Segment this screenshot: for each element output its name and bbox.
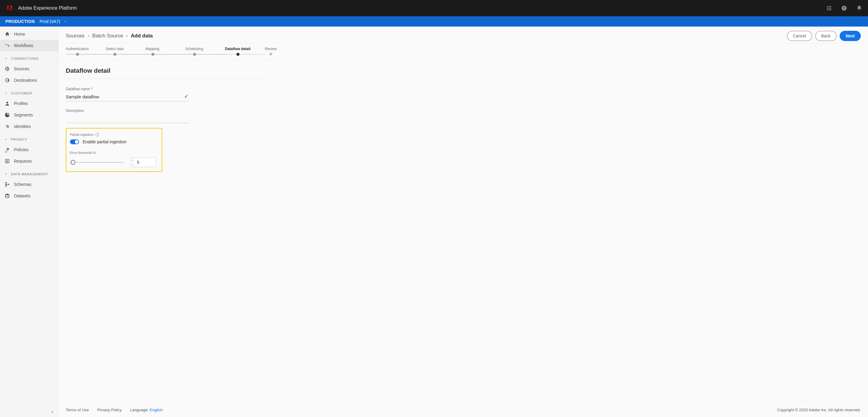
env-label: PRODUCTION bbox=[5, 19, 35, 24]
footer: Terms of Use Privacy Policy Language: En… bbox=[59, 403, 868, 417]
nav-section-label: DATA MANAGEMENT bbox=[11, 172, 48, 176]
breadcrumb-current: Add data bbox=[131, 33, 153, 39]
dataflow-name-input[interactable] bbox=[66, 93, 189, 101]
nav-segments[interactable]: Segments bbox=[0, 109, 58, 121]
footer-privacy[interactable]: Privacy Policy bbox=[97, 408, 122, 412]
stepper-down-button[interactable] bbox=[131, 162, 134, 167]
nav-requests[interactable]: Requests bbox=[0, 155, 58, 167]
topbar: Adobe Experience Platform ? bbox=[0, 0, 868, 16]
svg-point-13 bbox=[6, 102, 8, 103]
schemas-icon bbox=[4, 181, 10, 187]
content: Sources › Batch Source › Add data Cancel… bbox=[59, 27, 868, 417]
apps-grid-icon[interactable] bbox=[826, 5, 832, 11]
nav-item-label: Segments bbox=[14, 113, 33, 117]
step-label: Mapping bbox=[145, 47, 159, 51]
footer-terms[interactable]: Terms of Use bbox=[66, 408, 89, 412]
nav-item-label: Identities bbox=[14, 124, 31, 129]
nav-item-label: Policies bbox=[14, 147, 28, 152]
breadcrumb-separator: › bbox=[126, 33, 128, 39]
breadcrumb-sources[interactable]: Sources bbox=[66, 33, 85, 39]
step-scheduling: Scheduling bbox=[185, 47, 225, 55]
svg-rect-16 bbox=[5, 184, 7, 185]
segments-icon bbox=[4, 112, 10, 118]
next-button[interactable]: Next bbox=[840, 31, 861, 41]
nav-item-label: Datasets bbox=[14, 193, 30, 198]
product-name: Adobe Experience Platform bbox=[18, 5, 77, 11]
svg-point-4 bbox=[829, 8, 830, 9]
breadcrumb-batch-source[interactable]: Batch Source bbox=[92, 33, 123, 39]
nav-item-label: Schemas bbox=[14, 182, 31, 187]
divider bbox=[66, 79, 262, 79]
nav-destinations[interactable]: Destinations bbox=[0, 75, 58, 86]
page-body: Dataflow detail Dataflow name * ✓ Descri… bbox=[59, 60, 868, 403]
nav-item-label: Sources bbox=[14, 66, 29, 71]
back-button[interactable]: Back bbox=[815, 31, 837, 41]
svg-rect-18 bbox=[8, 184, 9, 185]
nav-section-label: CONNECTIONS bbox=[11, 57, 39, 60]
field-label: Description bbox=[66, 109, 84, 113]
error-threshold-input[interactable] bbox=[134, 158, 156, 167]
env-selector[interactable]: Prod (VA7) bbox=[39, 19, 67, 24]
nav-workflows[interactable]: Workflows bbox=[0, 40, 58, 51]
footer-language-link[interactable]: English bbox=[150, 408, 163, 412]
nav-home[interactable]: Home bbox=[0, 28, 58, 40]
svg-text:?: ? bbox=[843, 6, 845, 10]
adobe-logo-icon bbox=[5, 4, 14, 12]
nav-policies[interactable]: Policies bbox=[0, 144, 58, 155]
nav-section-privacy[interactable]: PRIVACY bbox=[0, 132, 58, 144]
svg-point-5 bbox=[830, 8, 831, 9]
step-dataflow-detail: Dataflow detail bbox=[225, 47, 265, 55]
collapse-sidebar-button[interactable] bbox=[49, 409, 55, 415]
slider-thumb[interactable] bbox=[70, 160, 75, 165]
nav-profiles[interactable]: Profiles bbox=[0, 98, 58, 109]
nav-section-data-mgmt[interactable]: DATA MANAGEMENT bbox=[0, 167, 58, 179]
nav-section-label: CUSTOMER bbox=[11, 91, 32, 95]
section-title: Dataflow detail bbox=[66, 67, 861, 74]
svg-point-7 bbox=[829, 9, 830, 10]
svg-rect-17 bbox=[5, 185, 7, 186]
error-threshold-label: Error threshold % bbox=[70, 151, 158, 154]
footer-language: Language: English bbox=[130, 408, 163, 412]
nav-section-connections[interactable]: CONNECTIONS bbox=[0, 51, 58, 63]
step-review: Review bbox=[265, 47, 277, 55]
cancel-button[interactable]: Cancel bbox=[787, 31, 812, 41]
nav-home-label: Home bbox=[14, 32, 25, 36]
toggle-knob bbox=[75, 140, 79, 144]
fingerprint-icon bbox=[4, 123, 10, 129]
nav-datasets[interactable]: Datasets bbox=[0, 190, 58, 202]
error-threshold-stepper bbox=[131, 157, 156, 167]
content-header: Sources › Batch Source › Add data Cancel… bbox=[59, 27, 868, 43]
description-input[interactable] bbox=[66, 115, 189, 123]
nav-schemas[interactable]: Schemas bbox=[0, 179, 58, 190]
env-bar: PRODUCTION Prod (VA7) bbox=[0, 16, 868, 27]
step-authentication: Authentication bbox=[66, 47, 105, 55]
nav-item-label: Requests bbox=[14, 159, 32, 163]
nav-identities[interactable]: Identities bbox=[0, 121, 58, 132]
partial-ingestion-toggle[interactable] bbox=[70, 140, 79, 144]
info-icon[interactable]: i bbox=[95, 133, 99, 137]
error-threshold-slider[interactable] bbox=[70, 160, 124, 165]
partial-ingestion-label: Partial ingestion bbox=[70, 133, 93, 137]
breadcrumb: Sources › Batch Source › Add data bbox=[66, 33, 153, 39]
wizard-stepper: Authentication Select data Mapping Sched… bbox=[59, 43, 868, 60]
step-label: Review bbox=[265, 47, 277, 51]
step-label: Select data bbox=[105, 47, 124, 51]
nav-sources[interactable]: Sources bbox=[0, 63, 58, 75]
step-label: Scheduling bbox=[185, 47, 203, 51]
nav-section-customer[interactable]: CUSTOMER bbox=[0, 86, 58, 98]
step-mapping: Mapping bbox=[145, 47, 185, 55]
checkmark-icon: ✓ bbox=[184, 93, 188, 99]
help-icon[interactable]: ? bbox=[841, 5, 847, 11]
bell-icon[interactable] bbox=[856, 5, 863, 11]
svg-point-6 bbox=[827, 9, 828, 10]
chevron-down-icon bbox=[4, 172, 8, 176]
nav-section-label: PRIVACY bbox=[11, 138, 27, 141]
required-asterisk: * bbox=[91, 87, 93, 91]
svg-rect-15 bbox=[5, 182, 7, 183]
env-selected: Prod (VA7) bbox=[39, 19, 60, 24]
chevron-down-icon bbox=[4, 57, 8, 60]
svg-point-19 bbox=[5, 194, 9, 195]
stepper-up-button[interactable] bbox=[131, 158, 134, 162]
chevron-left-icon bbox=[50, 410, 54, 414]
requests-icon bbox=[4, 158, 10, 164]
